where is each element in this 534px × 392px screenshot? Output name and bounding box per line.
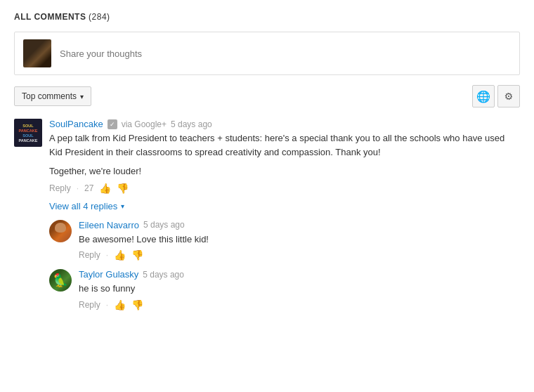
reply-text: Be awesome! Love this little kid! — [79, 233, 520, 247]
dot-sep: · — [106, 300, 108, 310]
soulpancake-avatar: SOUL PANCAKE SOUL PANCAKE — [14, 119, 42, 147]
globe-button[interactable]: 🌐 — [472, 85, 495, 107]
reply-meta: Taylor Gulasky 5 days ago — [79, 269, 520, 280]
share-row — [14, 32, 520, 75]
reply-link[interactable]: Reply — [79, 300, 100, 310]
dot-sep: · — [77, 183, 79, 193]
thumbs-down-icon[interactable]: 👎 — [131, 249, 143, 261]
comment-author[interactable]: SoulPancake — [49, 119, 103, 129]
reply-author[interactable]: Eileen Navarro — [79, 220, 139, 230]
verified-badge: ✓ — [108, 119, 117, 129]
link-button[interactable]: ⚙ — [497, 85, 520, 107]
comment-actions: Reply · 27 👍 👎 — [49, 183, 520, 194]
globe-icon: 🌐 — [476, 90, 490, 103]
dot-sep: · — [106, 250, 108, 260]
sort-label: Top comments — [22, 91, 77, 101]
reply-time: 5 days ago — [143, 220, 185, 230]
reply-link[interactable]: Reply — [49, 183, 71, 193]
reply-link[interactable]: Reply — [79, 250, 100, 260]
vote-count: 27 — [84, 183, 93, 193]
comment-time: 5 days ago — [171, 119, 212, 129]
controls-row: Top comments ▾ 🌐 ⚙ — [14, 85, 520, 107]
comment-content: SoulPancake ✓ via Google+ 5 days ago A p… — [49, 119, 520, 194]
reply-block: Taylor Gulasky 5 days ago he is so funny… — [49, 269, 520, 311]
thumbs-up-icon[interactable]: 👍 — [114, 249, 126, 261]
reply-text: he is so funny — [79, 282, 520, 296]
current-user-avatar — [23, 39, 51, 67]
reply-time: 5 days ago — [143, 270, 184, 280]
eileen-avatar — [49, 220, 72, 242]
header-title: ALL COMMENTS — [14, 12, 86, 22]
reply-actions: Reply · 👍 👎 — [79, 249, 520, 261]
via-googleplus: via Google+ — [122, 119, 167, 129]
reply-content: Eileen Navarro 5 days ago Be awesome! Lo… — [79, 220, 520, 261]
thumbs-up-icon[interactable]: 👍 — [99, 183, 111, 194]
comment-block: SOUL PANCAKE SOUL PANCAKE SoulPancake ✓ … — [14, 119, 520, 194]
reply-content: Taylor Gulasky 5 days ago he is so funny… — [79, 269, 520, 311]
comment-meta: SoulPancake ✓ via Google+ 5 days ago — [49, 119, 520, 129]
comment-text-2: Together, we're louder! — [49, 164, 520, 178]
taylor-avatar — [49, 269, 72, 292]
thumbs-down-icon[interactable]: 👎 — [117, 183, 129, 194]
reply-actions: Reply · 👍 👎 — [79, 299, 520, 311]
thumbs-down-icon[interactable]: 👎 — [131, 299, 143, 311]
reply-block: Eileen Navarro 5 days ago Be awesome! Lo… — [49, 220, 520, 261]
view-replies-label: View all 4 replies — [49, 201, 117, 211]
thumbs-up-icon[interactable]: 👍 — [114, 299, 126, 311]
link-icon: ⚙ — [502, 89, 516, 104]
share-input[interactable] — [60, 48, 511, 59]
view-replies-button[interactable]: View all 4 replies ▾ — [49, 201, 520, 211]
replies-section: Eileen Navarro 5 days ago Be awesome! Lo… — [49, 220, 520, 311]
chevron-down-icon: ▾ — [121, 202, 124, 210]
header-count: (284) — [89, 12, 110, 22]
sort-button[interactable]: Top comments ▾ — [14, 86, 91, 106]
comments-header: ALL COMMENTS (284) — [14, 11, 520, 22]
icon-group: 🌐 ⚙ — [472, 85, 520, 107]
reply-author[interactable]: Taylor Gulasky — [79, 269, 138, 280]
chevron-down-icon: ▾ — [80, 93, 84, 100]
reply-meta: Eileen Navarro 5 days ago — [79, 220, 520, 230]
comment-text-1: A pep talk from Kid President to teacher… — [49, 131, 520, 159]
